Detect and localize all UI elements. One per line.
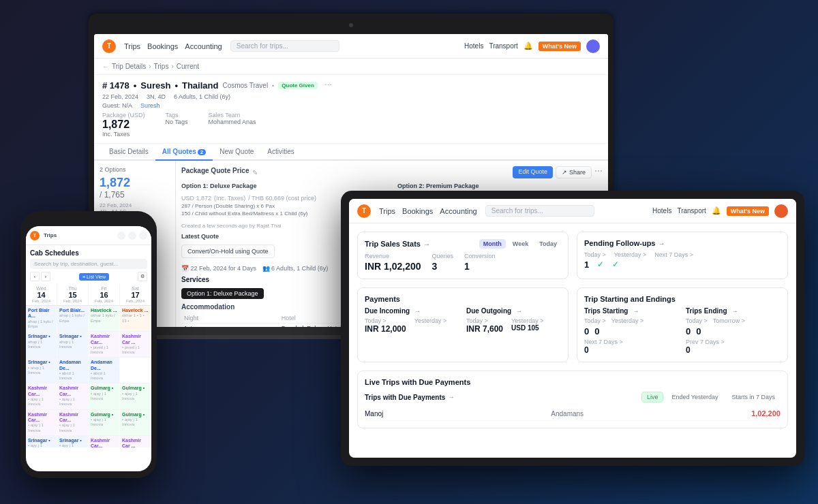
phone-trip-cell[interactable]: Kashmir Car...• ajay j 1 Innova — [57, 383, 89, 409]
nav-hotels[interactable]: Hotels — [464, 42, 483, 50]
trip-menu-icon[interactable]: ⋯ — [324, 81, 332, 90]
tablet-nav-trips[interactable]: Trips — [379, 207, 395, 215]
phone-trip-cell[interactable]: Port Blair A...ahop j 1 kylu / Ertpa — [26, 306, 57, 331]
options-menu-icon[interactable]: ⋯ — [594, 166, 603, 178]
ending-tomorrow-label[interactable]: Tomorrow > — [713, 317, 745, 324]
next7-label[interactable]: Next 7 Days > — [654, 251, 693, 258]
yesterday-label[interactable]: Yesterday > — [614, 251, 646, 258]
incoming-yesterday-label[interactable]: Yesterday > — [414, 317, 446, 324]
phone-trip-cell[interactable]: Kashmir Car...• javed j 1 Innova — [89, 332, 120, 357]
phone-trip-cell-name: Kashmir Car... — [59, 412, 86, 424]
edit-icon[interactable]: ✎ — [252, 169, 258, 176]
followup-yesterday-val: ✓ — [597, 259, 604, 270]
dashboard-top-grid: Trip Sales Stats → Month Week Today Reve… — [357, 232, 788, 279]
phone-trip-cell[interactable]: Gulmarg •• ajay j 1 Innova — [89, 410, 120, 435]
phone-trip-cell-name: Port Blair... — [59, 308, 86, 313]
incoming-today-label[interactable]: Today > — [365, 317, 406, 324]
starting-extra-label[interactable]: Next 7 Days > — [584, 338, 679, 345]
laptop-search-input[interactable]: Search for trips... — [230, 40, 339, 52]
phone-search-input[interactable]: Search by trip, destination, guest... — [30, 259, 147, 269]
next-arrow[interactable]: › — [41, 272, 50, 281]
tab-activities[interactable]: Activities — [260, 144, 301, 161]
share-button[interactable]: ↗ Share — [556, 166, 592, 178]
phone-trip-cell[interactable]: Kashmir Car ...• javed j 1 Innova — [120, 332, 151, 357]
breadcrumb-trip-details[interactable]: Trip Details — [112, 63, 146, 70]
tabs-bar: Basic Details All Quotes2 New Quote Acti… — [94, 144, 608, 161]
nav-accounting[interactable]: Accounting — [185, 42, 222, 50]
edit-quote-button[interactable]: Edit Quote — [513, 166, 553, 178]
live-trips-arrow[interactable]: → — [448, 394, 454, 400]
whats-new-button[interactable]: What's New — [539, 42, 581, 51]
phone-trip-cell[interactable]: Kashmir Car...• ajay j 1 Innova — [57, 410, 89, 435]
stat-revenue: Revenue INR 1,02,200 — [365, 253, 421, 272]
ending-extra-label[interactable]: Prev 7 Days > — [686, 338, 781, 345]
prev-arrow[interactable]: ‹ — [30, 272, 40, 281]
filter-week[interactable]: Week — [509, 239, 532, 249]
tablet-transport[interactable]: Transport — [677, 207, 706, 215]
phone-nav-text[interactable]: Trips — [44, 232, 57, 238]
filter-ended-yesterday[interactable]: Ended Yesterday — [666, 392, 723, 403]
sales-label: Sales Team — [208, 112, 256, 119]
phone-icon-3[interactable] — [139, 232, 147, 240]
due-outgoing-arrow[interactable]: → — [516, 308, 522, 315]
phone-trip-cell[interactable]: Kashmir Car...• ajay j 1 Innova — [89, 436, 120, 447]
phone-trip-cell[interactable]: Andaman De...• abcd 1 Innova — [89, 358, 120, 383]
tablet-nav-accounting[interactable]: Accounting — [440, 207, 476, 215]
trips-starting-title: Trips Starting → — [584, 307, 679, 315]
settings-icon[interactable]: ⚙ — [138, 272, 147, 281]
notification-icon[interactable]: 🔔 — [524, 42, 533, 50]
tablet-whats-new[interactable]: What's New — [727, 206, 769, 216]
more-options-icon[interactable]: • — [272, 82, 274, 89]
tablet-notification-icon[interactable]: 🔔 — [712, 206, 721, 215]
phone-trip-cell[interactable]: Kashmir Car ...• ajay j 1 Innova — [120, 436, 151, 447]
tablet-search[interactable]: Search for trips... — [485, 205, 594, 217]
phone-trip-cell[interactable] — [120, 358, 151, 383]
starting-today-label[interactable]: Today > — [584, 317, 606, 324]
breadcrumb-trips[interactable]: Trips — [154, 63, 169, 70]
phone-trip-cell[interactable]: Srinagar •ahup j 1 Innova — [26, 332, 57, 357]
phone-trip-cell[interactable]: Srinagar •• ayy j 1 Innova — [26, 436, 57, 447]
filter-starts-7days[interactable]: Starts in 7 Days — [726, 392, 781, 403]
list-view-button[interactable]: ≡ List View — [79, 273, 109, 281]
filter-month[interactable]: Month — [479, 239, 506, 249]
tablet-nav-bookings[interactable]: Bookings — [402, 207, 433, 215]
phone-trip-cell[interactable]: Srinagar •ahup j 1 Innova — [57, 332, 89, 357]
outgoing-today-label[interactable]: Today > — [466, 317, 503, 324]
trip-sales-arrow[interactable]: → — [423, 240, 430, 248]
tablet-hotels[interactable]: Hotels — [652, 207, 671, 215]
nav-transport[interactable]: Transport — [489, 42, 517, 50]
trips-starting-arrow[interactable]: → — [633, 308, 639, 315]
phone-trip-cell[interactable]: Gulmarg •• ajay j 1 Innova — [120, 410, 151, 435]
today-label[interactable]: Today > — [584, 251, 606, 258]
nav-trips[interactable]: Trips — [124, 42, 140, 50]
phone-trip-cell[interactable]: Srinagar •• ayy j 1 Innova — [57, 436, 89, 447]
nav-bookings[interactable]: Bookings — [147, 42, 178, 50]
tab-new-quote[interactable]: New Quote — [213, 144, 260, 161]
convert-button[interactable]: Convert/On-Hold using Quote — [181, 245, 275, 258]
phone-trip-cell[interactable]: Kashmir Car...• ajay j 1 Innova — [26, 383, 57, 409]
live-trip-amount: 1,02,200 — [751, 409, 781, 418]
tablet-navbar: T Trips Bookings Accounting Search for t… — [349, 199, 796, 223]
phone-trip-cell[interactable]: Port Blair...ahop j 1 kylu / Ertpa — [57, 306, 89, 331]
phone-trip-cell[interactable]: Gulmarg •• ajay j 1 Innova — [120, 383, 151, 409]
phone-trip-cell[interactable]: Havelock ...okhar 1 • 1 • 13 • — [120, 306, 151, 331]
phone-icon-1[interactable] — [117, 232, 125, 240]
live-filter-buttons: Live Ended Yesterday Starts in 7 Days — [641, 392, 781, 403]
phone-icon-2[interactable] — [128, 232, 136, 240]
phone-trip-cell[interactable]: Andaman De...• abcd 1 Innova — [57, 358, 89, 383]
filter-today[interactable]: Today — [535, 239, 561, 249]
starting-yesterday-label[interactable]: Yesterday > — [611, 317, 643, 324]
outgoing-yesterday-label[interactable]: Yesterday > — [511, 317, 543, 324]
followups-arrow[interactable]: → — [658, 240, 665, 247]
phone-trip-cell[interactable]: Gulmarg •• ajay j 1 Innova — [89, 383, 120, 409]
phone-trip-cell[interactable]: Kashmir Car...• ajay j 1 Innova — [26, 410, 57, 435]
trip-id: # 1478 — [102, 80, 130, 91]
filter-live[interactable]: Live — [641, 392, 664, 403]
tab-basic-details[interactable]: Basic Details — [102, 144, 155, 161]
tab-all-quotes[interactable]: All Quotes2 — [155, 144, 213, 161]
phone-trip-cell[interactable]: Havelock ...okhar 1 kylu / Ertpa — [89, 306, 120, 331]
phone-trip-cell[interactable]: Srinagar •• arup j 1 Innova — [26, 358, 57, 383]
trips-ending-arrow[interactable]: → — [732, 308, 738, 315]
ending-today-label[interactable]: Today > — [686, 317, 708, 324]
due-incoming-arrow[interactable]: → — [414, 308, 421, 315]
